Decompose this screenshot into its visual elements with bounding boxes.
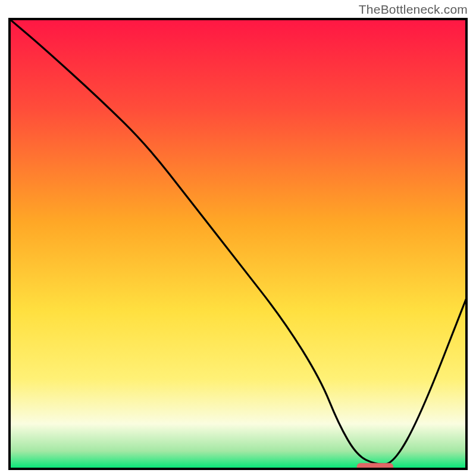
watermark-text: TheBottleneck.com	[359, 2, 468, 17]
chart-container	[8, 18, 468, 470]
chart-background	[10, 19, 466, 469]
chart-svg	[8, 18, 468, 470]
